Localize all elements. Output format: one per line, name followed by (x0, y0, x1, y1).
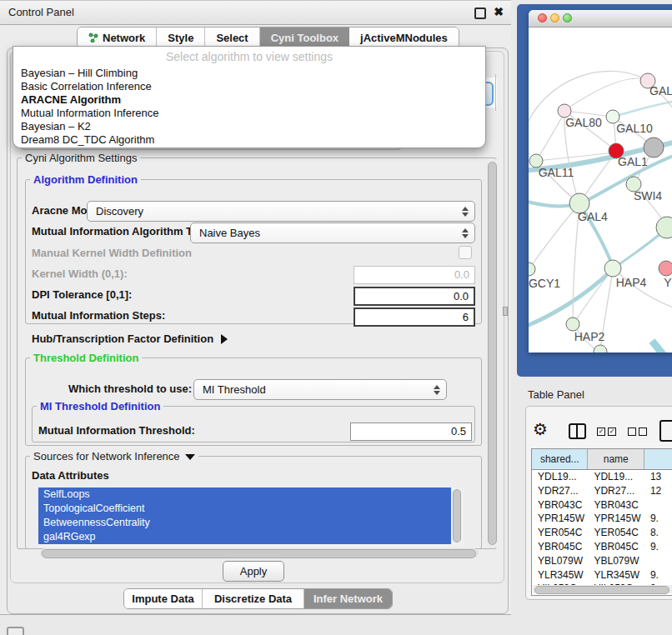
node-label: GAL7 (649, 84, 672, 98)
attribute-item-gal4rgexp[interactable]: gal4RGexp (38, 530, 451, 544)
table-scrollbar-thumb[interactable] (534, 586, 669, 594)
table-cell: 13 (644, 470, 672, 484)
table-row[interactable]: YLR345WYLR345W9. (532, 568, 672, 582)
algorithm-option-mutual-information-inference[interactable]: Mutual Information Inference (13, 107, 485, 120)
hub-definition-label: Hub/Transcription Factor Definition (32, 332, 213, 345)
tab-label: jActiveMNodules (360, 32, 448, 44)
algorithm-option-aracne-algorithm[interactable]: ARACNE Algorithm (13, 93, 485, 107)
node-label: GCY1 (529, 277, 560, 290)
data-attributes-list[interactable]: SelfLoopsTopologicalCoefficientBetweenne… (38, 488, 464, 548)
tab-impute-data[interactable]: Impute Data (124, 589, 203, 608)
network-node[interactable] (644, 138, 664, 158)
network-edge[interactable] (565, 78, 646, 110)
network-icon (88, 32, 98, 42)
splitter-grip[interactable] (503, 307, 508, 316)
tab-select[interactable]: Select (205, 28, 259, 48)
apply-button[interactable]: Apply (223, 561, 284, 582)
table-row[interactable]: YDR27...YDR27...12 (532, 484, 672, 498)
minimize-window-icon[interactable] (550, 13, 559, 22)
table-row[interactable]: YPR145WYPR145W9. (532, 512, 672, 526)
tab-network[interactable]: Network (78, 28, 157, 48)
mi-type-select[interactable]: Naive Bayes (190, 222, 475, 243)
which-threshold-value: MI Threshold (194, 383, 430, 396)
dpi-tolerance-field[interactable]: 0.0 (354, 287, 475, 306)
network-canvas[interactable]: GAL7GAL80GAL10GAL1GAL11SWI4GAL4GCY1HAP4Y… (529, 28, 672, 352)
list-scrollbar[interactable] (453, 489, 461, 542)
network-edge[interactable] (652, 341, 672, 352)
table-cell: YER054C (532, 526, 588, 540)
table-cell: YPR145W (532, 512, 588, 526)
table-cell: YLR345W (532, 568, 588, 582)
attribute-item-betweennesscentrality[interactable]: BetweennessCentrality (38, 516, 451, 530)
which-threshold-select[interactable]: MI Threshold (193, 379, 447, 400)
split-panel-icon[interactable] (569, 423, 586, 439)
float-icon[interactable] (474, 8, 486, 19)
table-row[interactable]: YER054CYER054C8. (532, 526, 672, 540)
tab-infer-network[interactable]: Infer Network (304, 589, 392, 608)
network-node-hap4[interactable] (604, 260, 621, 277)
algorithm-option-dream8-dc-tdc-algorithm[interactable]: Dream8 DC_TDC Algorithm (13, 133, 485, 147)
tab-style[interactable]: Style (157, 28, 205, 48)
manual-kernel-checkbox[interactable] (459, 246, 472, 259)
kernel-width-field[interactable]: 0.0 (354, 266, 475, 284)
hidden-border-fragment (495, 74, 496, 111)
network-edge[interactable] (529, 208, 576, 268)
attribute-item-topologicalcoefficient[interactable]: TopologicalCoefficient (38, 502, 451, 516)
network-node-y[interactable] (659, 261, 672, 276)
network-node-gcy1[interactable] (529, 262, 535, 276)
hub-definition-toggle[interactable]: Hub/Transcription Factor Definition (32, 332, 228, 345)
gear-icon[interactable]: ⚙ (533, 419, 548, 439)
table-cell: 9. (644, 568, 672, 582)
network-node-hap2[interactable] (566, 318, 579, 331)
mi-threshold-field[interactable]: 0.5 (350, 422, 472, 441)
close-icon[interactable]: ✖ (494, 5, 504, 18)
table-cell: YDL19... (588, 470, 644, 484)
bottom-left-partial-icon[interactable] (7, 627, 24, 635)
table-cell: 8. (644, 526, 672, 540)
table-body: YDL19...YDL19...13YDR27...YDR27...12YBR0… (532, 470, 672, 587)
tab-label: Cyni Toolbox (271, 32, 339, 44)
horizontal-scrollbar[interactable] (40, 548, 479, 558)
algorithm-option-bayesian-hill-climbing[interactable]: Bayesian – Hill Climbing (13, 67, 485, 80)
mi-type-label: Mutual Information Algorithm Type: (32, 225, 214, 238)
attribute-item-selfloops[interactable]: SelfLoops (38, 488, 451, 502)
network-window-titlebar[interactable] (529, 10, 672, 28)
network-edge[interactable] (537, 112, 565, 160)
column-header-name[interactable]: name (588, 449, 644, 469)
deselect-all-icon[interactable] (628, 428, 647, 436)
algorithm-option-basic-correlation-inference[interactable]: Basic Correlation Inference (13, 80, 485, 93)
select-all-icon[interactable]: ✓✓ (597, 428, 616, 436)
node-table: shared...name YDL19...YDL19...13YDR27...… (531, 448, 672, 596)
mi-steps-field[interactable]: 6 (354, 308, 475, 327)
tab-discretize-data[interactable]: Discretize Data (203, 589, 304, 608)
mi-threshold-label: Mutual Information Threshold: (38, 424, 195, 438)
algorithm-definition-legend: Algorithm Definition (30, 173, 141, 186)
table-header-row: shared...name (532, 449, 672, 470)
table-row[interactable]: YBR045CYBR045C9. (532, 540, 672, 554)
network-window[interactable]: GAL7GAL80GAL10GAL1GAL11SWI4GAL4GCY1HAP4Y… (529, 10, 672, 352)
column-header-shared-[interactable]: shared... (532, 449, 588, 469)
table-row[interactable]: YBR043CYBR043C (532, 498, 672, 512)
table-icon-partial[interactable] (659, 420, 672, 442)
network-edge[interactable] (614, 100, 672, 117)
tab-cyni-toolbox[interactable]: Cyni Toolbox (260, 28, 349, 48)
horizontal-scrollbar-thumb[interactable] (42, 549, 476, 558)
zoom-window-icon[interactable] (563, 13, 572, 22)
vertical-scrollbar[interactable] (487, 159, 497, 548)
sources-legend[interactable]: Sources for Network Inference (30, 450, 198, 462)
table-cell: YLR345W (588, 568, 644, 582)
mi-type-value: Naive Bayes (191, 227, 459, 239)
table-cell: 9. (644, 540, 672, 554)
table-row[interactable]: YBL079WYBL079W (532, 554, 672, 568)
close-window-icon[interactable] (538, 13, 547, 22)
tab-jactivemnodules[interactable]: jActiveMNodules (349, 28, 459, 48)
data-attributes-label: Data Attributes (32, 469, 109, 482)
table-row[interactable]: YDL19...YDL19...13 (532, 470, 672, 484)
algorithm-option-bayesian-k2[interactable]: Bayesian – K2 (13, 120, 485, 133)
aracne-mode-select[interactable]: Discovery (87, 201, 475, 222)
which-threshold-label: Which threshold to use: (68, 382, 192, 396)
table-horizontal-scrollbar[interactable] (533, 585, 672, 593)
vertical-scrollbar-thumb[interactable] (488, 162, 497, 545)
network-node[interactable] (594, 345, 607, 352)
column-header-3[interactable] (644, 449, 672, 469)
